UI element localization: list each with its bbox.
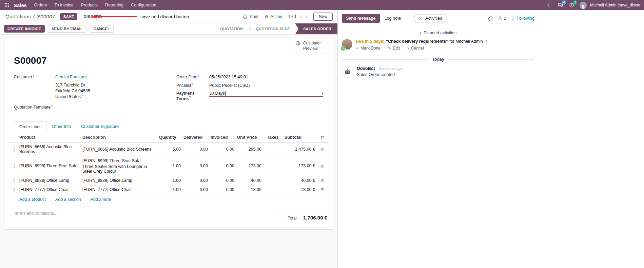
message-author[interactable]: OdooBot [357,66,375,71]
cell-subtotal[interactable]: 40.00 € [283,176,316,185]
delete-line-button[interactable] [316,176,328,185]
messages-button[interactable]: 4 [555,0,565,10]
delete-line-button[interactable] [316,142,328,156]
cell-invoiced[interactable]: 0.00 [209,142,236,156]
info-icon[interactable] [484,39,489,44]
cell-taxes[interactable] [263,176,283,185]
save-button[interactable]: SAVE [60,13,78,20]
cell-invoiced[interactable]: 0.00 [209,156,236,176]
user-menu[interactable]: Mitchell Admin (save_discar [590,3,641,7]
add-a-section-link[interactable]: Add a section [55,197,81,202]
cell-quantity[interactable]: 1.00 [158,176,182,185]
menu-to-invoice[interactable]: To Invoice [51,0,77,10]
form-fields: Customer? Gemini Furniture 317 Fairchild… [4,66,333,113]
menu-products[interactable]: Products [77,0,101,10]
cell-subtotal[interactable]: 1,475.00 € [283,142,316,156]
cell-taxes[interactable] [263,156,283,176]
tab-order-lines[interactable]: Order Lines [14,121,47,132]
cell-quantity[interactable]: 1.00 [158,156,182,176]
odoobot-avatar [342,66,353,78]
dropdown-caret-icon[interactable]: ▾ [321,92,323,95]
terms-and-conditions-placeholder[interactable]: Terms and conditions... [14,211,58,216]
edit-activity-button[interactable]: ✎ Edit [388,46,400,51]
send-message-button[interactable]: Send message [342,14,380,23]
action-button[interactable]: ⚙ Action [265,14,282,19]
followers-button[interactable]: 2 [498,16,506,21]
order-line-row[interactable]: [FURN_8888] Office Lamp [FURN_8888] Offi… [9,176,328,185]
app-name[interactable]: Sales [14,2,27,8]
cell-description[interactable]: [FURN_7777] Office Chair [81,185,158,194]
menu-configuration[interactable]: Configuration [127,0,160,10]
stage-quotation[interactable]: QUOTATION [216,23,247,34]
optional-columns-button[interactable] [316,132,328,142]
add-a-product-link[interactable]: Add a product [19,197,46,202]
cell-invoiced[interactable]: 0.00 [209,185,236,194]
user-avatar[interactable] [580,2,587,9]
cell-delivered[interactable]: 0.00 [182,156,209,176]
cell-delivered[interactable]: 0.00 [182,142,209,156]
attachments-button[interactable] [488,16,493,21]
log-note-button[interactable]: Log note [381,14,405,23]
cell-delivered[interactable]: 0.00 [182,185,209,194]
menu-orders[interactable]: Orders [30,0,51,10]
send-by-email-button[interactable]: SEND BY EMAIL [48,25,86,33]
cell-unit-price[interactable]: 40.00 [236,176,263,185]
cell-unit-price[interactable]: 295.00 [236,142,263,156]
order-line-row[interactable]: [FURN_8999] Three-Seat Sofa [FURN_8999] … [9,156,328,176]
cell-unit-price[interactable]: 18.00 [236,185,263,194]
cell-product[interactable]: [FURN_8888] Office Lamp [18,176,81,185]
following-button[interactable]: ✓ Following [511,16,534,21]
breadcrumb-quotations[interactable]: Quotations [5,14,31,20]
cell-subtotal[interactable]: 173.00 € [283,156,316,176]
dark-mode-toggle[interactable]: ☾ [544,0,554,10]
delete-line-button[interactable] [316,185,328,194]
planned-activities-toggle[interactable]: ▾ Planned activities [420,31,456,35]
payment-terms-input[interactable]: 30 Days ▾ [209,91,323,97]
breadcrumb: Quotations / S00007 [5,14,55,20]
customer-field-value[interactable]: Gemini Furniture [55,75,87,79]
cell-description[interactable]: [FURN_8888] Office Lamp [81,176,158,185]
activities-tab[interactable]: Activities [414,14,447,22]
drag-handle[interactable] [9,185,18,194]
cell-taxes[interactable] [263,185,283,194]
cell-description[interactable]: [FURN_6666] Acoustic Bloc Screens [81,142,158,156]
activities-button[interactable]: 2 [566,0,577,10]
mark-done-button[interactable]: ✓ Mark Done [356,46,380,51]
tab-other-info[interactable]: Other Info [47,121,76,132]
pager-next-button[interactable]: › [305,14,307,20]
create-invoice-button[interactable]: CREATE INVOICE [4,25,45,33]
add-a-note-link[interactable]: Add a note [91,197,111,202]
cell-product[interactable]: [FURN_8999] Three-Seat Sofa [18,156,81,176]
stage-quotation-sent[interactable]: QUOTATION SENT [251,23,294,34]
cell-taxes[interactable] [263,142,283,156]
order-date-field-value[interactable]: 05/25/2023 15:40:01 [209,75,248,79]
check-icon: ✓ [511,16,515,21]
drag-handle[interactable] [9,176,18,185]
cell-quantity[interactable]: 1.00 [158,185,182,194]
cell-description[interactable]: [FURN_8999] Three-Seat Sofa Three Seater… [81,156,158,176]
apps-menu-button[interactable] [2,0,12,10]
order-line-row[interactable]: [FURN_7777] Office Chair [FURN_7777] Off… [9,185,328,194]
menu-reporting[interactable]: Reporting [101,0,127,10]
delete-line-button[interactable] [316,156,328,176]
cancel-button[interactable]: CANCEL [90,25,114,33]
discard-button[interactable]: DISCARD [81,13,105,20]
cell-product[interactable]: [FURN_7777] Office Chair [18,185,81,194]
cancel-activity-button[interactable]: × Cancel [407,46,424,51]
cell-invoiced[interactable]: 0.00 [209,176,236,185]
print-button[interactable]: Print [243,14,258,19]
cell-delivered[interactable]: 0.00 [182,176,209,185]
tab-customer-signature[interactable]: Customer Signature [76,121,124,132]
order-line-row[interactable]: [FURN_6666] Acoustic Bloc Screens [FURN_… [9,142,328,156]
stage-sales-order[interactable]: SALES ORDER [295,23,337,34]
cell-unit-price[interactable]: 173.00 [236,156,263,176]
new-button[interactable]: New [313,13,333,21]
drag-handle[interactable] [9,142,18,156]
customer-preview-button[interactable]: Customer Preview [292,38,333,54]
cell-product[interactable]: [FURN_6666] Acoustic Bloc Screens [18,142,81,156]
pager-previous-button[interactable]: ‹ [300,14,302,20]
pricelist-field-value[interactable]: Public Pricelist (USD) [209,83,250,88]
cell-quantity[interactable]: 5.00 [158,142,182,156]
cell-subtotal[interactable]: 18.00 € [283,185,316,194]
drag-handle[interactable] [9,156,18,176]
